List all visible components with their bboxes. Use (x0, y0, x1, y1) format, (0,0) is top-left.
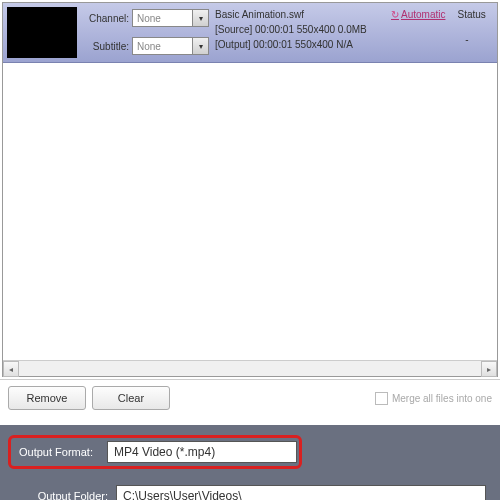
scroll-track[interactable] (19, 361, 481, 376)
merge-label: Merge all files into one (392, 393, 492, 404)
channel-value: None (137, 13, 161, 24)
subtitle-value: None (137, 41, 161, 52)
channel-dropdown[interactable]: None ▾ (132, 9, 209, 27)
output-folder-row: Output Folder: C:\Users\User\Videos\ (8, 485, 492, 500)
output-folder-field[interactable]: C:\Users\User\Videos\ (116, 485, 486, 500)
file-row[interactable]: Channel: None ▾ Subtitle: None ▾ Basic A… (3, 3, 497, 63)
automatic-label: Automatic (401, 9, 445, 20)
remove-button[interactable]: Remove (8, 386, 86, 410)
file-status-col: ↻ Automatic Status - (387, 3, 497, 62)
refresh-icon: ↻ (391, 9, 399, 20)
merge-checkbox-row[interactable]: Merge all files into one (375, 392, 492, 405)
file-info: Basic Animation.swf [Source] 00:00:01 55… (211, 3, 387, 62)
settings-bar: Output Format: MP4 Video (*.mp4) Output … (0, 424, 500, 500)
clear-button[interactable]: Clear (92, 386, 170, 410)
horizontal-scrollbar[interactable]: ◂ ▸ (3, 360, 497, 376)
file-name: Basic Animation.swf (215, 9, 383, 20)
scroll-left-icon[interactable]: ◂ (3, 361, 19, 377)
status-header: Status (457, 9, 485, 20)
output-format-field[interactable]: MP4 Video (*.mp4) (107, 441, 297, 463)
output-format-row: Output Format: MP4 Video (*.mp4) (8, 435, 492, 469)
subtitle-dropdown[interactable]: None ▾ (132, 37, 209, 55)
chevron-down-icon: ▾ (192, 38, 208, 54)
scroll-right-icon[interactable]: ▸ (481, 361, 497, 377)
action-bar: Remove Clear Merge all files into one (0, 379, 500, 416)
source-info: [Source] 00:00:01 550x400 0.0MB (215, 24, 383, 35)
file-thumbnail (7, 7, 77, 58)
channel-label: Channel: (83, 13, 129, 24)
file-controls: Channel: None ▾ Subtitle: None ▾ (81, 3, 211, 62)
output-folder-label: Output Folder: (8, 490, 108, 500)
output-info: [Output] 00:00:01 550x400 N/A (215, 39, 383, 50)
subtitle-label: Subtitle: (83, 41, 129, 52)
merge-checkbox[interactable] (375, 392, 388, 405)
automatic-link[interactable]: ↻ Automatic (391, 9, 445, 20)
chevron-down-icon: ▾ (192, 10, 208, 26)
file-list-area: Channel: None ▾ Subtitle: None ▾ Basic A… (2, 2, 498, 377)
output-format-label: Output Format: (13, 440, 99, 464)
status-value: - (441, 34, 493, 45)
